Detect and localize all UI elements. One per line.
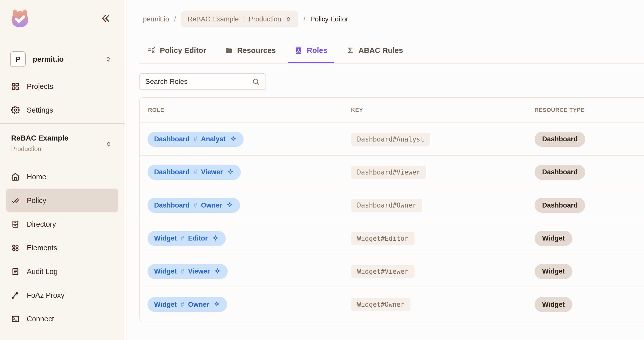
role-key: Widget#Viewer bbox=[351, 265, 415, 278]
cabinet-icon bbox=[11, 220, 20, 228]
role-hash: # bbox=[181, 301, 184, 309]
environment-name: Production bbox=[11, 145, 112, 153]
route-icon bbox=[11, 291, 20, 299]
sidebar-item-connect[interactable]: Connect bbox=[6, 307, 118, 331]
sidebar-item-audit-log[interactable]: Audit Log bbox=[6, 260, 118, 283]
resource-type-badge: Dashboard bbox=[535, 165, 585, 180]
role-key: Widget#Owner bbox=[351, 298, 411, 311]
sparkle-icon bbox=[213, 301, 221, 308]
sidebar-item-settings[interactable]: Settings bbox=[6, 98, 118, 122]
sidebar-nav-main: Home Policy Directory bbox=[0, 165, 125, 331]
sparkle-icon bbox=[226, 201, 233, 209]
table-row: Dashboard#Owner Dashboard#Owner Dashboar… bbox=[140, 189, 644, 222]
role-name-part: Owner bbox=[201, 201, 222, 209]
role-resource-part: Widget bbox=[154, 301, 177, 309]
id-badge-icon bbox=[295, 46, 303, 54]
role-badge[interactable]: Dashboard#Analyst bbox=[148, 132, 244, 147]
table-row: Widget#Viewer Widget#Viewer Widget bbox=[140, 255, 644, 288]
role-badge[interactable]: Widget#Editor bbox=[148, 231, 226, 246]
unfold-icon bbox=[285, 16, 292, 22]
sidebar-item-projects[interactable]: Projects bbox=[6, 75, 118, 98]
column-header-role: ROLE bbox=[140, 107, 351, 113]
tab-roles[interactable]: Roles bbox=[295, 37, 328, 63]
role-name-part: Owner bbox=[188, 301, 209, 309]
table-row: Widget#Owner Widget#Owner Widget bbox=[140, 288, 644, 321]
breadcrumb-colon: : bbox=[243, 15, 245, 23]
search-input[interactable] bbox=[140, 78, 252, 86]
project-switcher[interactable]: ReBAC Example Production bbox=[11, 134, 112, 153]
tab-abac-rules[interactable]: ABAC Rules bbox=[346, 37, 403, 63]
resource-type-badge: Widget bbox=[535, 264, 572, 279]
folder-icon bbox=[225, 46, 233, 54]
sidebar-item-label: Elements bbox=[27, 244, 57, 252]
permit-logo bbox=[10, 8, 30, 28]
sidebar-item-policy[interactable]: Policy bbox=[6, 189, 118, 212]
tab-resources[interactable]: Resources bbox=[225, 37, 276, 63]
role-hash: # bbox=[181, 234, 184, 242]
sparkle-icon bbox=[214, 268, 221, 275]
role-key: Dashboard#Owner bbox=[351, 199, 422, 212]
sidebar-item-label: Audit Log bbox=[27, 267, 58, 276]
unfold-icon bbox=[105, 141, 112, 148]
role-resource-part: Dashboard bbox=[154, 201, 190, 209]
terminal-icon bbox=[11, 315, 20, 323]
document-icon bbox=[11, 267, 20, 276]
role-resource-part: Widget bbox=[154, 267, 177, 275]
role-resource-part: Dashboard bbox=[154, 135, 190, 143]
sidebar-item-directory[interactable]: Directory bbox=[6, 212, 118, 236]
resource-type-badge: Widget bbox=[535, 297, 572, 312]
role-badge[interactable]: Dashboard#Viewer bbox=[148, 165, 241, 180]
sigma-icon bbox=[346, 46, 354, 54]
role-badge[interactable]: Dashboard#Owner bbox=[148, 198, 240, 213]
table-row: Dashboard#Viewer Dashboard#Viewer Dashbo… bbox=[140, 155, 644, 188]
search-icon[interactable] bbox=[252, 78, 260, 86]
tab-label: ABAC Rules bbox=[359, 46, 403, 55]
tab-bar-divider bbox=[139, 63, 644, 63]
sidebar-item-label: Projects bbox=[27, 82, 53, 91]
grid-icon bbox=[11, 82, 20, 91]
tab-policy-editor[interactable]: Policy Editor bbox=[148, 37, 206, 63]
breadcrumb-environment: Production bbox=[249, 15, 281, 23]
role-hash: # bbox=[181, 267, 184, 275]
breadcrumb-project: ReBAC Example bbox=[188, 15, 239, 23]
sidebar-item-home[interactable]: Home bbox=[6, 165, 118, 189]
sidebar-item-label: Connect bbox=[27, 315, 54, 323]
sidebar-item-elements[interactable]: Elements bbox=[6, 236, 118, 260]
role-resource-part: Dashboard bbox=[154, 168, 190, 176]
sidebar-item-label: Policy bbox=[27, 196, 46, 205]
sidebar: P permit.io Projects bbox=[0, 0, 125, 340]
breadcrumb-environment-selector[interactable]: ReBAC Example : Production bbox=[181, 11, 298, 27]
sidebar-header bbox=[10, 8, 111, 29]
column-header-key: KEY bbox=[351, 107, 535, 113]
tab-label: Roles bbox=[307, 46, 328, 55]
table-row: Widget#Editor Widget#Editor Widget bbox=[140, 222, 644, 255]
workspace-switcher[interactable]: P permit.io bbox=[10, 50, 112, 68]
resource-type-badge: Dashboard bbox=[535, 198, 585, 213]
breadcrumb-separator: / bbox=[174, 15, 176, 23]
breadcrumb-org[interactable]: permit.io bbox=[143, 15, 169, 23]
role-hash: # bbox=[193, 135, 197, 143]
sparkle-icon bbox=[212, 235, 219, 242]
role-name-part: Editor bbox=[188, 234, 208, 242]
role-badge[interactable]: Widget#Owner bbox=[148, 297, 227, 312]
breadcrumb-separator: / bbox=[303, 15, 305, 23]
table-header: ROLE KEY RESOURCE TYPE bbox=[140, 98, 644, 122]
role-key: Widget#Editor bbox=[351, 232, 415, 245]
role-badge[interactable]: Widget#Viewer bbox=[148, 264, 228, 279]
sidebar-nav-top: Projects Settings bbox=[0, 75, 125, 122]
role-key: Dashboard#Viewer bbox=[351, 166, 426, 179]
roles-table: ROLE KEY RESOURCE TYPE Dashboard#Analyst… bbox=[139, 97, 644, 321]
role-resource-part: Widget bbox=[154, 234, 177, 242]
sidebar-item-foaz-proxy[interactable]: FoAz Proxy bbox=[6, 283, 118, 307]
sidebar-item-label: FoAz Proxy bbox=[27, 291, 65, 299]
resource-type-badge: Dashboard bbox=[535, 132, 585, 147]
sparkle-icon bbox=[229, 135, 237, 143]
column-header-resource-type: RESOURCE TYPE bbox=[535, 107, 644, 113]
breadcrumb-page: Policy Editor bbox=[310, 15, 348, 23]
project-name: ReBAC Example bbox=[11, 134, 112, 142]
tab-label: Resources bbox=[237, 46, 276, 55]
main-content: permit.io / ReBAC Example : Production /… bbox=[125, 0, 644, 340]
sparkle-icon bbox=[227, 168, 234, 176]
sidebar-collapse-icon[interactable] bbox=[101, 13, 111, 23]
sidebar-item-label: Home bbox=[27, 173, 46, 181]
